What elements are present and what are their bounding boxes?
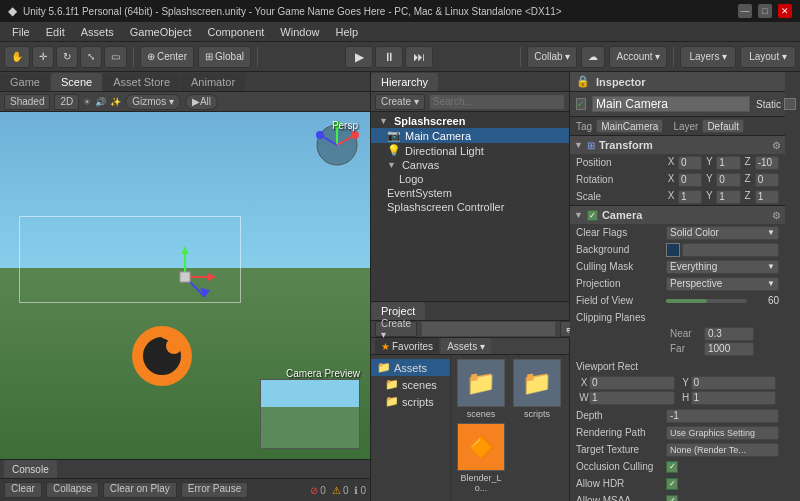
- hierarchy-create-button[interactable]: Create ▾: [375, 94, 425, 110]
- allow-msaa-checkbox[interactable]: ✓: [666, 495, 678, 502]
- rotate-tool-button[interactable]: ↻: [56, 46, 78, 68]
- 2d-button[interactable]: 2D: [54, 94, 79, 110]
- occlusion-culling-checkbox[interactable]: ✓: [666, 461, 678, 473]
- tab-game[interactable]: Game: [0, 73, 50, 91]
- object-name-field[interactable]: [592, 96, 750, 112]
- tree-scripts[interactable]: 📁 scripts: [371, 393, 450, 410]
- global-button[interactable]: ⊞ Global: [198, 46, 251, 68]
- pos-z-field[interactable]: -10: [755, 156, 779, 170]
- far-field[interactable]: 1000: [704, 342, 754, 356]
- vp-x-field[interactable]: 0: [589, 376, 675, 390]
- asset-scenes-folder[interactable]: 📁 scenes: [455, 359, 507, 419]
- hierarchy-item-splashscreen[interactable]: ▼ Splashscreen: [371, 114, 569, 128]
- hierarchy-item-canvas[interactable]: ▼ Canvas: [371, 158, 569, 172]
- hierarchy-item-eventsystem[interactable]: EventSystem: [371, 186, 569, 200]
- asset-blender[interactable]: 🔶 Blender_Lo...: [455, 423, 507, 493]
- static-group: Static ▼: [756, 98, 800, 110]
- scale-y-field[interactable]: 1: [716, 190, 740, 204]
- hierarchy-item-directional-light[interactable]: 💡 Directional Light: [371, 143, 569, 158]
- vp-h-field[interactable]: 1: [691, 391, 777, 405]
- menu-gameobject[interactable]: GameObject: [122, 22, 200, 42]
- tab-console[interactable]: Project Console: [4, 460, 57, 478]
- camera-gear-icon[interactable]: ⚙: [772, 210, 781, 221]
- menu-help[interactable]: Help: [327, 22, 366, 42]
- object-enabled-checkbox[interactable]: ✓: [576, 98, 586, 110]
- layout-button[interactable]: Layout ▾: [740, 46, 796, 68]
- layers-button[interactable]: Layers ▾: [680, 46, 736, 68]
- scale-tool-button[interactable]: ⤡: [80, 46, 102, 68]
- favorites-tab[interactable]: ★ Favorites: [375, 338, 439, 354]
- tab-hierarchy[interactable]: Hierarchy: [371, 73, 438, 91]
- gizmos-button[interactable]: Gizmos ▾: [125, 94, 181, 110]
- tree-assets[interactable]: 📁 Assets: [371, 359, 450, 376]
- pos-y-field[interactable]: 1: [716, 156, 740, 170]
- pos-x-field[interactable]: 0: [678, 156, 702, 170]
- transform-gear-icon[interactable]: ⚙: [772, 140, 781, 151]
- clear-on-play-button[interactable]: Clear on Play: [103, 482, 177, 498]
- project-search-input[interactable]: [421, 321, 556, 337]
- collab-button[interactable]: Collab ▾: [527, 46, 577, 68]
- tree-scenes[interactable]: 📁 scenes: [371, 376, 450, 393]
- menu-window[interactable]: Window: [272, 22, 327, 42]
- background-color-field[interactable]: [682, 243, 779, 257]
- assets-tab[interactable]: Assets ▾: [441, 338, 491, 354]
- rendering-path-dropdown[interactable]: Use Graphics Setting: [666, 426, 779, 440]
- all-button[interactable]: ▶All: [185, 94, 218, 110]
- scale-x-field[interactable]: 1: [678, 190, 702, 204]
- menu-file[interactable]: File: [4, 22, 38, 42]
- account-button[interactable]: Account ▾: [609, 46, 667, 68]
- tab-animator[interactable]: Animator: [181, 73, 245, 91]
- pause-button[interactable]: ⏸: [375, 46, 403, 68]
- layer-value-dropdown[interactable]: Default: [702, 119, 744, 133]
- scale-z-field[interactable]: 1: [755, 190, 779, 204]
- depth-label: Depth: [576, 410, 666, 421]
- target-texture-dropdown[interactable]: None (Render Te...: [666, 443, 779, 457]
- vp-y-field[interactable]: 0: [691, 376, 777, 390]
- rect-tool-button[interactable]: ▭: [104, 46, 127, 68]
- fov-track[interactable]: [666, 299, 747, 303]
- project-create-button[interactable]: Create ▾: [375, 321, 417, 337]
- transform-header[interactable]: ▼ ⊞ Transform ⚙: [570, 136, 785, 154]
- clear-button[interactable]: Clear: [4, 482, 42, 498]
- step-button[interactable]: ⏭: [405, 46, 433, 68]
- clear-flags-dropdown[interactable]: Solid Color ▼: [666, 226, 779, 240]
- move-tool-button[interactable]: ✛: [32, 46, 54, 68]
- camera-header[interactable]: ▼ ✓ Camera ⚙: [570, 206, 785, 224]
- background-color-swatch[interactable]: [666, 243, 680, 257]
- depth-field[interactable]: -1: [666, 409, 779, 423]
- tab-scene[interactable]: Scene: [51, 73, 102, 91]
- rot-y-field[interactable]: 0: [716, 173, 740, 187]
- cloud-button[interactable]: ☁: [581, 46, 605, 68]
- inspector-scroll-area: ▼ ⊞ Transform ⚙ Position X 0 Y 1 Z -10: [570, 136, 785, 501]
- rot-x-field[interactable]: 0: [678, 173, 702, 187]
- scene-tabs: Game Scene Asset Store Animator: [0, 72, 370, 92]
- hierarchy-item-main-camera[interactable]: 📷 Main Camera: [371, 128, 569, 143]
- collapse-button[interactable]: Collapse: [46, 482, 99, 498]
- play-button[interactable]: ▶: [345, 46, 373, 68]
- shaded-button[interactable]: Shaded: [4, 94, 50, 110]
- allow-hdr-checkbox[interactable]: ✓: [666, 478, 678, 490]
- near-field[interactable]: 0.3: [704, 327, 754, 341]
- hierarchy-search-input[interactable]: [429, 94, 565, 110]
- hierarchy-item-splashscreen-controller[interactable]: Splashscreen Controller: [371, 200, 569, 214]
- hierarchy-item-logo[interactable]: Logo: [371, 172, 569, 186]
- static-checkbox[interactable]: [784, 98, 796, 110]
- vp-w-field[interactable]: 1: [589, 391, 675, 405]
- minimize-button[interactable]: —: [738, 4, 752, 18]
- asset-scripts-folder[interactable]: 📁 scripts: [511, 359, 563, 419]
- menu-edit[interactable]: Edit: [38, 22, 73, 42]
- close-button[interactable]: ✕: [778, 4, 792, 18]
- center-button[interactable]: ⊕ Center: [140, 46, 194, 68]
- menu-assets[interactable]: Assets: [73, 22, 122, 42]
- error-pause-button[interactable]: Error Pause: [181, 482, 248, 498]
- maximize-button[interactable]: □: [758, 4, 772, 18]
- hand-tool-button[interactable]: ✋: [4, 46, 30, 68]
- tab-asset-store[interactable]: Asset Store: [103, 73, 180, 91]
- menu-component[interactable]: Component: [199, 22, 272, 42]
- culling-mask-dropdown[interactable]: Everything ▼: [666, 260, 779, 274]
- projection-dropdown[interactable]: Perspective ▼: [666, 277, 779, 291]
- rot-z-field[interactable]: 0: [755, 173, 779, 187]
- allow-msaa-row: Allow MSAA ✓: [570, 492, 785, 501]
- tag-value-dropdown[interactable]: MainCamera: [596, 119, 663, 133]
- camera-enabled-checkbox[interactable]: ✓: [587, 210, 598, 221]
